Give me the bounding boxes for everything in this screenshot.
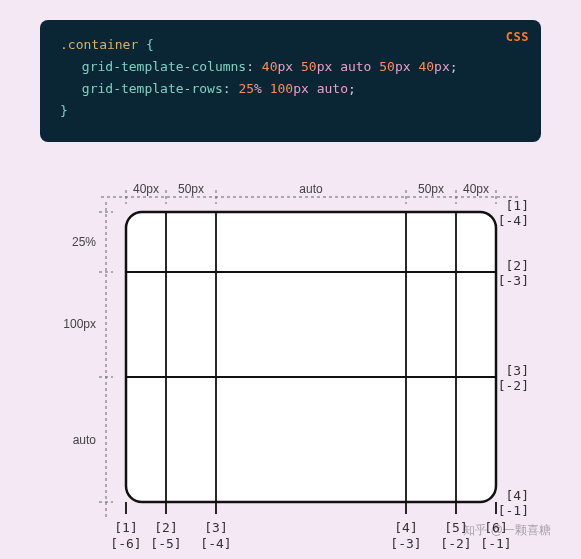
col-idx-3n: [-4]: [200, 536, 231, 551]
col-idx-1p: [1]: [114, 520, 137, 535]
col-unit-4: px: [395, 59, 411, 74]
left-label-r1: 25%: [71, 235, 95, 249]
row-unit-1: %: [254, 81, 262, 96]
col-idx-1n: [-6]: [110, 536, 141, 551]
semicolon: ;: [450, 59, 458, 74]
col-idx-4n: [-3]: [390, 536, 421, 551]
col-unit-1: px: [278, 59, 294, 74]
left-label-r2: 100px: [63, 317, 96, 331]
language-badge: CSS: [506, 26, 529, 48]
row-idx-2p: [2]: [505, 258, 528, 273]
col-val-2: 50: [301, 59, 317, 74]
top-label-c5: 40px: [462, 182, 488, 196]
col-idx-3p: [3]: [204, 520, 227, 535]
code-line-2: grid-template-columns: 40px 50px auto 50…: [60, 56, 521, 78]
selector: .container: [60, 37, 138, 52]
code-line-1: .container {: [60, 34, 521, 56]
row-val-3: auto: [317, 81, 348, 96]
top-label-c3: auto: [299, 182, 323, 196]
row-idx-1n: [-4]: [497, 213, 528, 228]
grid-diagram: 40px 50px auto 50px 40px 25% 100px auto …: [40, 172, 541, 559]
col-val-3: auto: [340, 59, 371, 74]
grid-outer-rect: [126, 212, 496, 502]
code-line-4: }: [60, 100, 521, 122]
right-indices: [1] [-4] [2] [-3] [3] [-2] [4] [-1]: [497, 198, 528, 518]
col-unit-2: px: [317, 59, 333, 74]
row-idx-3p: [3]: [505, 363, 528, 378]
row-idx-4n: [-1]: [497, 503, 528, 518]
bottom-indices: [1] [-6] [2] [-5] [3] [-4] [4] [-3] [5] …: [110, 520, 511, 551]
row-idx-1p: [1]: [505, 198, 528, 213]
top-label-c2: 50px: [177, 182, 203, 196]
row-idx-2n: [-3]: [497, 273, 528, 288]
grid-svg: 40px 50px auto 50px 40px 25% 100px auto …: [41, 172, 541, 559]
row-idx-4p: [4]: [505, 488, 528, 503]
col-unit-5: px: [434, 59, 450, 74]
watermark: 知乎 @一颗喜糖: [463, 522, 551, 539]
brace-close: }: [60, 103, 68, 118]
semicolon: ;: [348, 81, 356, 96]
code-block: CSS .container { grid-template-columns: …: [40, 20, 541, 142]
colon: :: [246, 59, 254, 74]
col-val-1: 40: [262, 59, 278, 74]
col-val-4: 50: [379, 59, 395, 74]
left-label-r3: auto: [72, 433, 96, 447]
row-idx-3n: [-2]: [497, 378, 528, 393]
brace-open: {: [146, 37, 154, 52]
left-dim-ticks: [99, 212, 113, 502]
top-label-c4: 50px: [417, 182, 443, 196]
code-line-3: grid-template-rows: 25% 100px auto;: [60, 78, 521, 100]
bottom-ticks: [126, 502, 496, 514]
top-label-c1: 40px: [132, 182, 158, 196]
prop-columns: grid-template-columns: [82, 59, 246, 74]
row-val-1: 25: [238, 81, 254, 96]
row-unit-2: px: [293, 81, 309, 96]
colon: :: [223, 81, 231, 96]
col-idx-2p: [2]: [154, 520, 177, 535]
col-idx-4p: [4]: [394, 520, 417, 535]
prop-rows: grid-template-rows: [82, 81, 223, 96]
row-val-2: 100: [270, 81, 293, 96]
col-idx-2n: [-5]: [150, 536, 181, 551]
col-val-5: 40: [418, 59, 434, 74]
